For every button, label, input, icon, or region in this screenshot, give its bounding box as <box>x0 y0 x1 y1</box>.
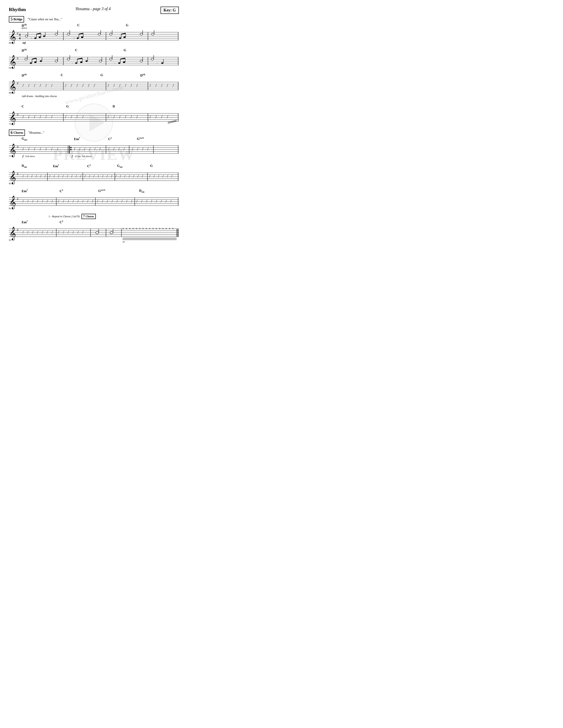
svg-text:sn.: sn. <box>122 240 125 243</box>
section5-name: Bridge <box>13 18 22 21</box>
svg-text:/: / <box>133 174 134 178</box>
svg-text:/: / <box>167 174 168 178</box>
svg-text:/: / <box>142 146 143 151</box>
svg-text:/: / <box>31 174 32 178</box>
svg-text:77: 77 <box>9 155 11 158</box>
svg-text:/: / <box>76 174 77 178</box>
chord-C2-6: C2 <box>87 164 91 168</box>
staff-svg-8: 𝄞 ♯ // // // / // // // x <box>9 224 179 244</box>
svg-text:/: / <box>82 199 83 203</box>
chord-Gno3-7: G(no3) <box>98 189 105 193</box>
svg-text:/: / <box>28 83 30 88</box>
svg-text:/: / <box>40 114 41 119</box>
system-2: D(4) C G 𝄞 ♯ 𝄾 <box>9 48 179 69</box>
svg-text:/: / <box>82 114 84 119</box>
svg-text:/: / <box>137 174 139 178</box>
svg-text:/: / <box>36 174 37 178</box>
chord-row-1: D(4) (pno) C G <box>9 23 179 27</box>
svg-text:73: 73 <box>9 123 11 125</box>
svg-text:♯: ♯ <box>17 82 19 85</box>
svg-text:/: / <box>40 146 41 151</box>
svg-text:/: / <box>58 199 59 203</box>
svg-text:/: / <box>23 114 24 119</box>
svg-text:/: / <box>167 114 168 119</box>
svg-text:/: / <box>65 83 66 88</box>
svg-text:/: / <box>126 199 127 203</box>
svg-text:/: / <box>165 199 167 203</box>
svg-text:/: / <box>79 146 80 151</box>
svg-text:/: / <box>62 174 64 178</box>
svg-point-43 <box>140 33 143 35</box>
svg-text:/: / <box>124 174 125 178</box>
svg-text:/: / <box>37 199 38 203</box>
svg-text:/: / <box>113 146 115 151</box>
staff-svg-2: 𝄞 ♯ 𝄾 𝄾 <box>9 53 179 69</box>
chord-G-2: G <box>124 48 126 52</box>
svg-text:/: / <box>108 83 109 88</box>
chord-G-4: G <box>66 105 69 108</box>
svg-text:/: / <box>23 83 24 88</box>
page-info: page 3 of 4 <box>93 7 111 11</box>
svg-point-30 <box>81 37 83 38</box>
svg-text:/: / <box>108 114 109 119</box>
svg-text:x: x <box>159 227 160 230</box>
system-7: Em7 C2 G(no3) Dsus 𝄞 ♯ // // // / // // … <box>9 189 179 210</box>
svg-text:/: / <box>155 83 157 88</box>
svg-text:/: / <box>98 174 99 178</box>
svg-text:/: / <box>147 146 148 151</box>
svg-text:/: / <box>57 146 58 151</box>
svg-text:/: / <box>52 230 53 235</box>
chord-row-6: Dsus Em7 C2 Gsus G <box>9 164 179 168</box>
svg-text:/: / <box>77 83 78 88</box>
svg-text:/: / <box>156 199 157 203</box>
pno-label: (pno) <box>22 26 27 29</box>
svg-text:/: / <box>34 114 35 119</box>
svg-text:/: / <box>162 174 164 178</box>
svg-text:/: / <box>155 114 157 119</box>
svg-text:/: / <box>63 230 64 235</box>
chord-D4-2: D(4) <box>22 48 27 53</box>
chord-row-2: D(4) C G <box>9 48 179 52</box>
svg-text:x: x <box>152 227 154 230</box>
svg-text:♯: ♯ <box>17 32 19 36</box>
svg-text:/: / <box>99 146 101 151</box>
svg-text:/: / <box>151 199 152 203</box>
svg-point-45 <box>151 33 154 35</box>
svg-text:/: / <box>77 230 79 235</box>
chord-row-7: Em7 C2 G(no3) Dsus <box>9 189 179 193</box>
svg-text:/: / <box>146 199 147 203</box>
svg-text:/: / <box>68 199 69 203</box>
svg-point-25 <box>67 33 70 35</box>
svg-line-32 <box>79 33 83 34</box>
svg-text:/: / <box>68 230 69 235</box>
svg-text:/: / <box>125 114 126 119</box>
chord-D4-3b: D(4) <box>140 73 145 77</box>
svg-text:/: / <box>49 174 50 178</box>
svg-text:♯: ♯ <box>17 197 19 201</box>
svg-text:/: / <box>58 174 59 178</box>
svg-text:/: / <box>23 199 24 203</box>
svg-text:x: x <box>132 227 134 230</box>
chord-C-1: C <box>77 23 80 27</box>
section6-name: Chorus <box>13 131 23 135</box>
chord-Gsus-5: Gsus <box>22 137 27 141</box>
system-6: Dsus Em7 C2 Gsus G 𝄞 ♯ // // // // // <box>9 164 179 185</box>
chord-D-4: D <box>113 105 115 108</box>
chord-Em7-7: Em7 <box>22 189 28 193</box>
svg-text:/: / <box>136 199 137 203</box>
svg-text:/: / <box>42 199 43 203</box>
svg-text:/: / <box>28 146 30 151</box>
svg-text:/: / <box>120 174 121 178</box>
svg-text:/: / <box>129 174 130 178</box>
svg-text:x: x <box>162 227 164 230</box>
chord-C2-8: C2 <box>60 220 63 224</box>
staff-svg-7: 𝄞 ♯ // // // / // // // // // // // // /… <box>9 193 179 210</box>
svg-text:/: / <box>102 199 103 203</box>
svg-text:/: / <box>87 199 88 203</box>
svg-text:x: x <box>165 227 167 230</box>
annotation-3: Add drums - building into chorus <box>9 95 179 98</box>
svg-text:f: f <box>72 154 73 158</box>
svg-text:/: / <box>113 114 115 119</box>
svg-text:/: / <box>94 83 95 88</box>
chord-C-4: C <box>22 105 24 108</box>
